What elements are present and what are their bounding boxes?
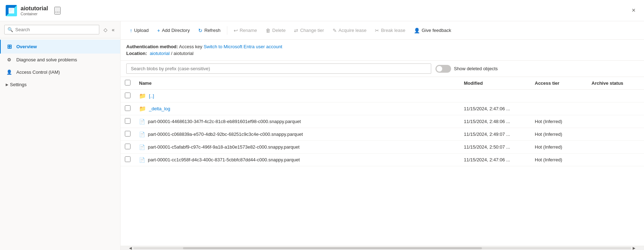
scrollbar-track[interactable] <box>133 247 631 249</box>
table-row[interactable]: 📄 part-00001-cc1c958f-d4c3-400c-8371-5cb… <box>121 154 644 166</box>
file-name: part-00001-cc1c958f-d4c3-400c-8371-5cbbf… <box>148 157 300 162</box>
file-name-container: 📁 [..] <box>139 93 455 99</box>
sidebar-item-overview[interactable]: ⊞ Overview <box>0 40 120 54</box>
refresh-button[interactable]: ↻ Refresh <box>195 26 224 35</box>
col-header-check[interactable] <box>121 77 135 90</box>
search-input[interactable] <box>15 27 96 32</box>
change-tier-label: Change tier <box>300 28 324 33</box>
table-row[interactable]: 📄 part-00001-c5afabf9-c97c-496f-9a18-a1b… <box>121 141 644 154</box>
col-header-name[interactable]: Name <box>135 77 460 90</box>
logo-icon <box>6 5 17 16</box>
change-tier-button[interactable]: ⇄ Change tier <box>290 26 327 35</box>
row-checkbox[interactable] <box>125 118 131 124</box>
header-bar: aiotutorial Container ... × <box>0 0 644 21</box>
break-lease-button[interactable]: ✂ Break lease <box>371 26 409 35</box>
auth-switch-link[interactable]: Switch to Microsoft Entra user account <box>204 44 282 49</box>
row-check-cell <box>121 102 135 115</box>
upload-button[interactable]: ↑ Upload <box>126 26 152 35</box>
sidebar-item-diagnose[interactable]: ⚙ Diagnose and solve problems <box>0 54 120 66</box>
table-body: 📁 [..] 📁 _delta_log 11/15/2024, 2:47:06 … <box>121 90 644 166</box>
show-deleted-label: Show deleted objects <box>454 66 498 71</box>
location-info-line: Location: aiotutorial / aiotutorial <box>126 51 638 56</box>
file-name[interactable]: [..] <box>149 93 154 99</box>
more-options-button[interactable]: ... <box>54 7 60 15</box>
row-archive-status-cell <box>587 141 644 154</box>
row-modified-cell: 11/15/2024, 2:50:07 ... <box>460 141 531 154</box>
file-name-container: 📄 part-00001-c5afabf9-c97c-496f-9a18-a1b… <box>139 144 455 150</box>
file-icon: 📄 <box>139 144 145 150</box>
give-feedback-button[interactable]: 👤 Give feedback <box>410 26 455 35</box>
row-modified-cell: 11/15/2024, 2:47:06 ... <box>460 102 531 115</box>
acquire-lease-button[interactable]: ✎ Acquire lease <box>329 26 370 35</box>
upload-label: Upload <box>134 28 149 33</box>
add-directory-button[interactable]: + Add Directory <box>154 26 193 35</box>
file-table: Name Modified Access tier Archive status… <box>121 77 644 166</box>
auth-value: Access key <box>179 44 204 49</box>
col-header-archive-status[interactable]: Archive status <box>587 77 644 90</box>
table-row[interactable]: 📁 [..] <box>121 90 644 102</box>
app-title: aiotutorial Container <box>21 5 48 16</box>
content-area: ↑ Upload + Add Directory ↻ Refresh ↩ Ren… <box>121 21 644 250</box>
file-name: part-00001-44686130-347f-4c2c-81c8-eb891… <box>148 119 301 124</box>
table-row[interactable]: 📄 part-00001-c068839a-e570-4db2-92bc-682… <box>121 128 644 141</box>
row-check-cell <box>121 154 135 166</box>
file-name-container: 📁 _delta_log <box>139 105 455 112</box>
file-icon: 📄 <box>139 119 145 124</box>
give-feedback-label: Give feedback <box>422 28 451 33</box>
row-modified-cell: 11/15/2024, 2:49:07 ... <box>460 128 531 141</box>
col-header-access-tier[interactable]: Access tier <box>531 77 587 90</box>
add-directory-icon: + <box>157 28 160 33</box>
sidebar-item-access-control[interactable]: 👤 Access Control (IAM) <box>0 66 120 78</box>
row-archive-status-cell <box>587 154 644 166</box>
show-deleted-toggle[interactable] <box>435 65 451 73</box>
table-container: Name Modified Access tier Archive status… <box>121 77 644 246</box>
blob-search-input[interactable] <box>126 63 431 74</box>
row-archive-status-cell <box>587 102 644 115</box>
row-checkbox[interactable] <box>125 144 131 149</box>
select-all-checkbox[interactable] <box>125 80 131 85</box>
row-name-cell: 📁 _delta_log <box>135 102 460 115</box>
sidebar-item-label-overview: Overview <box>16 44 37 49</box>
break-lease-icon: ✂ <box>375 28 379 33</box>
collapse-button[interactable]: « <box>110 26 116 34</box>
search-box[interactable]: 🔍 <box>4 25 99 34</box>
scroll-right-button[interactable]: ▶ <box>631 246 637 250</box>
scrollbar-thumb[interactable] <box>183 247 482 249</box>
toggle-container: Show deleted objects <box>435 65 498 73</box>
close-button[interactable]: × <box>629 5 638 16</box>
row-archive-status-cell <box>587 90 644 102</box>
row-name-cell: 📄 part-00001-c068839a-e570-4db2-92bc-682… <box>135 128 460 141</box>
row-checkbox[interactable] <box>125 131 131 137</box>
filter-button[interactable]: ◇ <box>102 26 109 34</box>
acquire-lease-icon: ✎ <box>333 28 337 33</box>
location-label: Location: <box>126 51 147 56</box>
col-header-modified[interactable]: Modified <box>460 77 531 90</box>
sidebar-item-settings[interactable]: ▶ Settings <box>0 78 120 91</box>
sidebar-item-label-access-control: Access Control (IAM) <box>16 70 60 75</box>
location-link1[interactable]: aiotutorial <box>150 51 170 56</box>
file-name[interactable]: _delta_log <box>149 106 170 111</box>
delete-button[interactable]: 🗑 Delete <box>262 26 289 35</box>
table-row[interactable]: 📄 part-00001-44686130-347f-4c2c-81c8-eb8… <box>121 115 644 128</box>
row-checkbox[interactable] <box>125 156 131 162</box>
acquire-lease-label: Acquire lease <box>339 28 367 33</box>
rename-button[interactable]: ↩ Rename <box>230 26 261 35</box>
row-access-tier-cell: Hot (Inferred) <box>531 115 587 128</box>
delete-label: Delete <box>272 28 286 33</box>
toolbar-divider-1 <box>227 26 227 35</box>
scrollbar-area: ◀ ▶ <box>121 246 644 250</box>
row-checkbox[interactable] <box>125 93 131 98</box>
row-modified-cell: 11/15/2024, 2:48:06 ... <box>460 115 531 128</box>
file-icon: 📄 <box>139 157 145 163</box>
rename-icon: ↩ <box>234 28 238 33</box>
row-check-cell <box>121 128 135 141</box>
row-checkbox[interactable] <box>125 105 131 111</box>
table-row[interactable]: 📁 _delta_log 11/15/2024, 2:47:06 ... <box>121 102 644 115</box>
scroll-left-button[interactable]: ◀ <box>128 246 133 250</box>
row-name-cell: 📄 part-00001-cc1c958f-d4c3-400c-8371-5cb… <box>135 154 460 166</box>
sidebar-item-label-diagnose: Diagnose and solve problems <box>16 57 77 62</box>
rename-label: Rename <box>240 28 257 33</box>
row-check-cell <box>121 141 135 154</box>
upload-icon: ↑ <box>130 28 132 33</box>
sidebar-nav: ⊞ Overview ⚙ Diagnose and solve problems… <box>0 38 120 92</box>
